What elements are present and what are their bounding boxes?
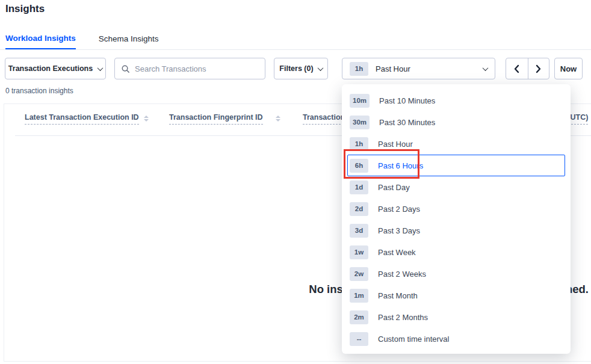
interval-badge: 2m bbox=[350, 310, 368, 324]
interval-label: Past 6 Hours bbox=[378, 161, 423, 170]
next-interval-button[interactable] bbox=[528, 58, 549, 79]
menu-item-past-30-minutes[interactable]: 30m Past 30 Minutes bbox=[347, 111, 565, 133]
page-title: Insights bbox=[5, 3, 45, 15]
search-input[interactable] bbox=[135, 64, 259, 73]
tab-label: Workload Insights bbox=[5, 34, 76, 43]
tab-schema-insights[interactable]: Schema Insights bbox=[99, 28, 159, 49]
tab-label: Schema Insights bbox=[99, 34, 159, 43]
interval-label: Past Hour bbox=[378, 140, 413, 149]
search-input-wrap[interactable] bbox=[114, 58, 265, 79]
time-arrow-group bbox=[506, 58, 549, 79]
search-icon bbox=[121, 64, 130, 73]
interval-label: Past 10 Minutes bbox=[379, 96, 435, 105]
interval-badge: 1m bbox=[350, 289, 368, 303]
interval-label: Past 3 Days bbox=[378, 226, 420, 235]
interval-label: Past Month bbox=[378, 291, 418, 300]
interval-badge: 1h bbox=[350, 137, 368, 151]
menu-item-past-3-days[interactable]: 3d Past 3 Days bbox=[347, 220, 565, 241]
tab-workload-insights[interactable]: Workload Insights bbox=[5, 28, 76, 49]
menu-item-past-2-months[interactable]: 2m Past 2 Months bbox=[347, 306, 565, 328]
insights-count: 0 transaction insights bbox=[5, 87, 73, 95]
chevron-down-icon bbox=[483, 65, 489, 71]
menu-item-past-month[interactable]: 1m Past Month bbox=[347, 285, 565, 306]
interval-badge: 3d bbox=[350, 224, 368, 238]
interval-badge: -- bbox=[350, 332, 368, 346]
now-label: Now bbox=[560, 64, 577, 73]
chevron-left-icon bbox=[513, 64, 520, 73]
menu-item-past-2-weeks[interactable]: 2w Past 2 Weeks bbox=[347, 263, 565, 285]
filters-label: Filters (0) bbox=[279, 64, 313, 73]
interval-label: Past Week bbox=[378, 248, 416, 257]
menu-item-past-hour[interactable]: 1h Past Hour bbox=[347, 133, 565, 155]
interval-badge: 30m bbox=[350, 116, 370, 129]
menu-item-past-10-minutes[interactable]: 10m Past 10 Minutes bbox=[347, 90, 565, 111]
tabs-bar: Workload Insights Schema Insights bbox=[0, 28, 591, 50]
interval-badge: 2w bbox=[350, 267, 368, 281]
sort-icon[interactable] bbox=[144, 116, 149, 122]
previous-interval-button[interactable] bbox=[506, 58, 528, 79]
interval-badge: 10m bbox=[350, 94, 370, 108]
transaction-type-label: Transaction Executions bbox=[8, 64, 93, 73]
time-interval-menu: 10m Past 10 Minutes 30m Past 30 Minutes … bbox=[342, 84, 571, 354]
interval-label: Past 2 Days bbox=[378, 205, 420, 214]
time-interval-badge: 1h bbox=[350, 62, 368, 76]
column-header-latest-transaction-execution-id[interactable]: Latest Transaction Execution ID bbox=[25, 113, 139, 125]
time-interval-dropdown[interactable]: 1h Past Hour bbox=[342, 58, 495, 79]
interval-badge: 1d bbox=[350, 180, 368, 194]
menu-item-past-2-days[interactable]: 2d Past 2 Days bbox=[347, 198, 565, 220]
filters-button[interactable]: Filters (0) bbox=[274, 58, 328, 79]
interval-badge: 2d bbox=[350, 202, 368, 216]
menu-item-past-week[interactable]: 1w Past Week bbox=[347, 241, 565, 263]
interval-label: Past Day bbox=[378, 183, 410, 192]
menu-item-custom-time-interval[interactable]: -- Custom time interval bbox=[347, 328, 565, 350]
interval-label: Past 2 Weeks bbox=[378, 270, 426, 279]
chevron-down-icon bbox=[317, 65, 323, 71]
column-header-transaction-fingerprint-id[interactable]: Transaction Fingerprint ID bbox=[169, 113, 263, 125]
interval-label: Past 30 Minutes bbox=[379, 118, 435, 127]
menu-item-past-day[interactable]: 1d Past Day bbox=[347, 176, 565, 198]
interval-label: Past 2 Months bbox=[378, 313, 428, 322]
insights-page: Insights Workload Insights Schema Insigh… bbox=[0, 0, 591, 364]
chevron-right-icon bbox=[535, 64, 542, 73]
interval-badge: 1w bbox=[350, 245, 368, 259]
interval-label: Custom time interval bbox=[378, 335, 449, 344]
transaction-type-dropdown[interactable]: Transaction Executions bbox=[5, 58, 106, 79]
interval-badge: 6h bbox=[350, 159, 368, 173]
sort-icon[interactable] bbox=[276, 116, 280, 122]
now-button[interactable]: Now bbox=[554, 58, 583, 79]
menu-item-past-6-hours[interactable]: 6h Past 6 Hours bbox=[347, 155, 565, 176]
time-interval-label: Past Hour bbox=[376, 64, 410, 73]
chevron-down-icon bbox=[97, 65, 104, 71]
